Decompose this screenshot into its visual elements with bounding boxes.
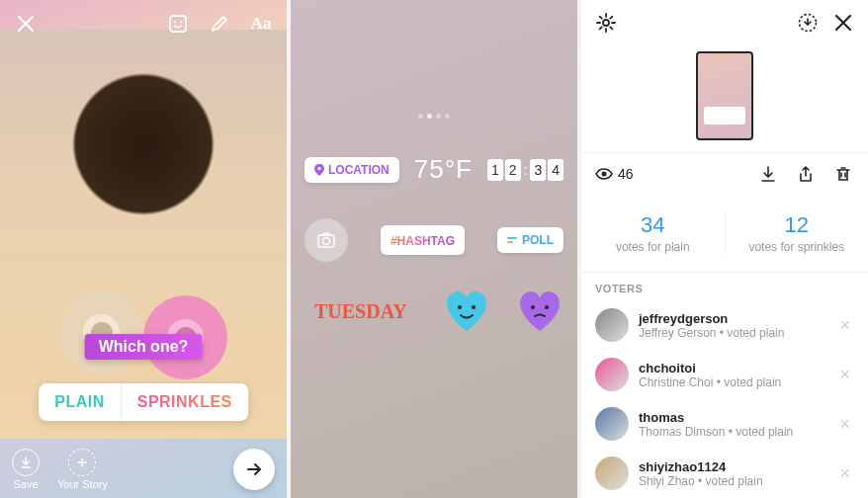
svg-point-2 <box>180 21 182 23</box>
poll-sticker[interactable]: PLAIN SPRINKLES <box>39 383 248 421</box>
avatar <box>595 407 629 441</box>
svg-point-1 <box>174 21 176 23</box>
drawer-pagination <box>418 114 450 119</box>
voter-meta: Christine Choi • voted plain <box>639 375 825 389</box>
voters-header: VOTERS <box>581 273 868 300</box>
your-story-label: Your Story <box>57 478 108 490</box>
time-sticker[interactable]: 1 2 : 3 4 <box>487 159 564 181</box>
poll-results-panel: 46 34 votes for plain 12 votes for sprin… <box>581 0 868 498</box>
sticker-drawer[interactable]: LOCATION 75°F 1 2 : 3 4 #HASHTAG <box>291 0 577 498</box>
poll-sticker-button[interactable]: POLL <box>497 227 564 253</box>
day-sticker[interactable]: TUESDAY <box>304 294 417 329</box>
avatar <box>595 308 629 342</box>
sticker-icon[interactable] <box>164 10 192 38</box>
location-label: LOCATION <box>328 163 390 177</box>
trash-icon[interactable] <box>832 163 854 185</box>
voters-list: jeffreydgerson Jeffrey Gerson • voted pl… <box>581 300 868 498</box>
poll-bars-icon <box>507 237 517 243</box>
voter-username: chchoitoi <box>639 361 825 375</box>
avatar <box>595 456 629 490</box>
dismiss-icon[interactable]: × <box>835 365 854 385</box>
voter-row[interactable]: jeffreydgerson Jeffrey Gerson • voted pl… <box>581 300 868 350</box>
heart-sticker-purple[interactable] <box>516 290 564 333</box>
vote-count-right: 12 votes for sprinkles <box>726 212 869 254</box>
voter-info: thomas Thomas Dimson • voted plain <box>639 410 825 439</box>
download-icon <box>12 449 40 476</box>
editor-top-bar: Aa <box>0 10 287 38</box>
close-icon[interactable] <box>832 12 854 34</box>
voter-meta: Thomas Dimson • voted plain <box>639 425 825 439</box>
svg-point-9 <box>545 305 549 309</box>
selfie-sticker[interactable] <box>304 218 348 262</box>
plus-icon <box>68 449 96 476</box>
voter-info: chchoitoi Christine Choi • voted plain <box>639 361 825 389</box>
eye-icon <box>595 168 613 180</box>
views-bar: 46 <box>581 152 868 195</box>
dismiss-icon[interactable]: × <box>835 414 854 435</box>
voter-username: shiyizhao1124 <box>639 459 825 474</box>
save-collection-icon[interactable] <box>797 12 819 34</box>
voter-username: jeffreydgerson <box>639 311 825 326</box>
location-sticker[interactable]: LOCATION <box>304 157 399 183</box>
svg-point-7 <box>472 305 476 309</box>
svg-point-8 <box>531 305 535 309</box>
svg-point-5 <box>323 238 330 245</box>
save-button[interactable]: Save <box>12 449 40 490</box>
vote-summary: 34 votes for plain 12 votes for sprinkle… <box>581 195 868 273</box>
sticker-drawer-panel: LOCATION 75°F 1 2 : 3 4 #HASHTAG <box>291 0 577 498</box>
voter-meta: Shiyi Zhao • voted plain <box>639 474 825 488</box>
story-thumbnails <box>581 45 868 152</box>
pin-icon <box>314 164 324 176</box>
camera-icon <box>315 229 337 251</box>
svg-rect-0 <box>170 16 186 32</box>
heart-sticker-blue[interactable] <box>443 290 490 333</box>
story-canvas[interactable]: Aa Which one? PLAIN SPRINKLES Save <box>0 0 287 498</box>
editor-bottom-bar: Save Your Story <box>0 449 287 490</box>
story-editor-panel: Aa Which one? PLAIN SPRINKLES Save <box>0 0 287 498</box>
draw-icon[interactable] <box>206 10 233 38</box>
avatar <box>595 358 629 391</box>
your-story-button[interactable]: Your Story <box>57 449 108 490</box>
next-button[interactable] <box>233 449 275 490</box>
dismiss-icon[interactable]: × <box>835 463 854 484</box>
poll-option-left[interactable]: PLAIN <box>39 383 122 421</box>
download-icon[interactable] <box>757 163 779 185</box>
close-icon[interactable] <box>12 10 40 38</box>
temperature-sticker[interactable]: 75°F <box>404 148 482 191</box>
dismiss-icon[interactable]: × <box>835 315 854 336</box>
share-icon[interactable] <box>795 163 817 185</box>
arrow-right-icon <box>244 459 264 479</box>
poll-option-right[interactable]: SPRINKLES <box>122 383 248 421</box>
settings-icon[interactable] <box>595 12 617 34</box>
results-top-bar <box>581 0 868 45</box>
svg-point-3 <box>317 166 321 170</box>
vote-count-left: 34 votes for plain <box>581 212 726 254</box>
voter-username: thomas <box>639 410 825 425</box>
svg-point-6 <box>458 305 462 309</box>
poll-label: POLL <box>522 233 554 247</box>
hashtag-sticker[interactable]: #HASHTAG <box>381 225 465 255</box>
svg-point-12 <box>602 172 607 177</box>
voter-row[interactable]: chchoitoi Christine Choi • voted plain × <box>581 350 868 399</box>
story-thumbnail[interactable] <box>696 51 753 140</box>
poll-question-text[interactable]: Which one? <box>85 334 203 360</box>
voter-row[interactable]: thomas Thomas Dimson • voted plain × <box>581 399 868 449</box>
hashtag-label: #HASHTAG <box>391 234 455 248</box>
svg-point-10 <box>603 20 609 26</box>
save-label: Save <box>13 478 38 490</box>
text-icon[interactable]: Aa <box>247 10 275 38</box>
voter-meta: Jeffrey Gerson • voted plain <box>639 326 825 340</box>
voter-info: shiyizhao1124 Shiyi Zhao • voted plain <box>639 459 825 488</box>
voter-info: jeffreydgerson Jeffrey Gerson • voted pl… <box>639 311 825 340</box>
voter-row[interactable]: shiyizhao1124 Shiyi Zhao • voted plain × <box>581 449 868 498</box>
view-count: 46 <box>618 166 634 182</box>
